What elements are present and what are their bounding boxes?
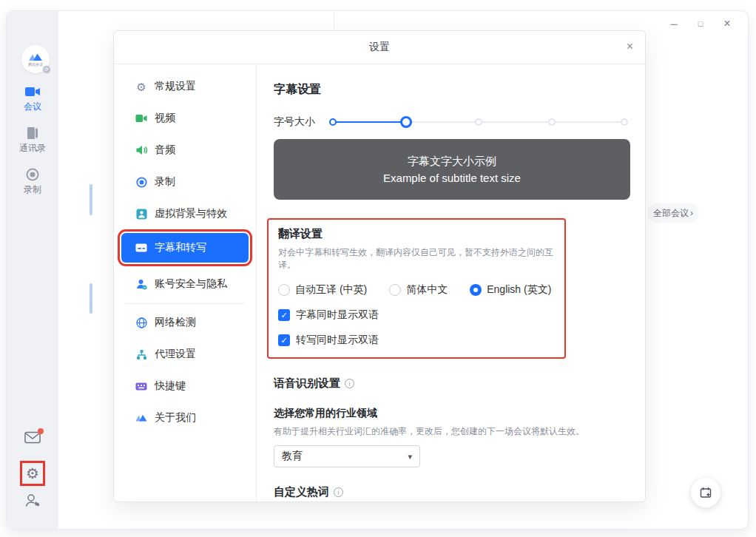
radio-auto-translate[interactable]: 自动互译 (中英) <box>278 283 367 297</box>
radio-icon[interactable] <box>278 284 290 296</box>
industry-dropdown-value: 教育 <box>282 450 303 463</box>
checkbox-transcript-bilingual[interactable]: ✓ 转写同时显示双语 <box>278 334 555 347</box>
info-icon[interactable]: i <box>334 487 343 497</box>
menu-item-label: 代理设置 <box>155 348 196 361</box>
inbox-button[interactable] <box>7 431 58 444</box>
slider-stop-5[interactable] <box>621 118 628 126</box>
slider-fill <box>333 121 406 123</box>
rail-item-recordings[interactable]: 录制 <box>7 168 58 196</box>
tencent-meeting-logo-icon <box>135 412 147 424</box>
all-meetings-label: 全部会议 <box>653 207 689 220</box>
custom-hotwords-heading: 自定义热词 <box>274 485 329 499</box>
maximize-icon: □ <box>698 19 703 28</box>
minimize-button[interactable]: ─ <box>661 14 687 33</box>
keyboard-icon <box>135 380 147 392</box>
menu-item-label: 视频 <box>155 112 175 125</box>
custom-hotwords-heading-row: 自定义热词 i <box>274 485 630 499</box>
radio-label: 简体中文 <box>406 283 448 297</box>
mail-icon <box>24 431 41 444</box>
radio-checked-icon[interactable] <box>470 284 482 296</box>
annotation-box-settings: ⚙ <box>20 461 45 486</box>
annotation-box-translation: 翻译设置 对会中字幕和转写生效，翻译内容仅自己可见，暂不支持外语之间的互译。 自… <box>267 218 566 359</box>
font-size-slider[interactable] <box>333 116 624 128</box>
menu-item-shortcuts[interactable]: 快捷键 <box>121 374 249 399</box>
checkbox-label: 字幕同时显示双语 <box>296 308 379 322</box>
radio-label: English (英文) <box>487 283 551 297</box>
app-window: ─ □ × 全部会议 › 腾讯会议 ⟳ <box>6 10 749 530</box>
close-window-button[interactable]: × <box>714 14 740 33</box>
menu-divider <box>126 303 244 304</box>
menu-item-captions-transcription[interactable]: 字幕和转写 <box>121 233 249 263</box>
calendar-plus-icon <box>699 486 712 499</box>
switch-account-button[interactable] <box>7 493 58 508</box>
checkbox-checked-icon[interactable]: ✓ <box>278 334 290 346</box>
menu-item-label: 常规设置 <box>155 80 196 93</box>
window-controls: ─ □ × <box>661 14 740 33</box>
menu-item-label: 字幕和转写 <box>155 241 206 254</box>
radio-label: 自动互译 (中英) <box>295 283 367 297</box>
user-switch-icon <box>24 493 41 508</box>
menu-item-audio[interactable]: 音频 <box>121 138 249 163</box>
background-panel-divider <box>334 11 334 30</box>
settings-dialog: 设置 × ⚙ 常规设置 视频 <box>113 30 646 502</box>
gear-icon: ⚙ <box>26 466 39 481</box>
settings-content: 字幕设置 字号大小 字幕文字大小示例 Example o <box>257 64 645 501</box>
record-circle-icon <box>26 168 39 181</box>
dialog-title: 设置 <box>369 41 390 54</box>
subtitle-preview-box: 字幕文字大小示例 Example of subtitle text size <box>274 139 630 200</box>
menu-item-label: 音频 <box>155 143 175 157</box>
rail-item-label: 通讯录 <box>19 142 46 155</box>
virtual-background-icon <box>135 208 147 220</box>
menu-item-label: 账号安全与隐私 <box>155 277 227 291</box>
dialog-close-button[interactable]: × <box>627 40 633 53</box>
avatar-caption: 腾讯会议 <box>28 62 43 67</box>
font-size-row: 字号大小 <box>274 115 630 129</box>
translation-description: 对会中字幕和转写生效，翻译内容仅自己可见，暂不支持外语之间的互译。 <box>278 246 555 271</box>
globe-icon <box>135 317 147 328</box>
checkbox-checked-icon[interactable]: ✓ <box>278 309 290 321</box>
gear-icon: ⚙ <box>135 81 147 92</box>
menu-item-about[interactable]: 关于我们 <box>121 405 249 430</box>
industry-field-label: 选择您常用的行业领域 <box>274 407 630 420</box>
slider-thumb[interactable] <box>400 116 412 128</box>
rail-item-meetings[interactable]: 会议 <box>7 85 58 113</box>
account-security-icon <box>135 278 147 290</box>
menu-item-recording[interactable]: 录制 <box>121 169 249 195</box>
translation-language-radios: 自动互译 (中英) 简体中文 English (英文) <box>278 283 555 297</box>
background-list-indicator <box>90 283 92 314</box>
menu-item-video[interactable]: 视频 <box>121 106 249 131</box>
menu-item-network-check[interactable]: 网络检测 <box>121 310 249 335</box>
menu-item-label: 网络检测 <box>155 316 196 329</box>
slider-stop-4[interactable] <box>548 118 556 126</box>
all-meetings-link[interactable]: 全部会议 › <box>647 203 699 223</box>
menu-item-proxy[interactable]: 代理设置 <box>121 342 249 367</box>
info-icon[interactable]: i <box>345 379 354 388</box>
tencent-meeting-logo-icon <box>28 53 43 61</box>
radio-english[interactable]: English (英文) <box>470 283 551 297</box>
industry-field-description: 有助于提升相关行业词汇的准确率，更改后，您创建的下一场会议将默认生效。 <box>274 425 630 438</box>
checkbox-subtitle-bilingual[interactable]: ✓ 字幕同时显示双语 <box>278 308 555 322</box>
background-list-indicator <box>90 184 92 215</box>
menu-item-virtual-background[interactable]: 虚拟背景与特效 <box>121 201 249 226</box>
rail-item-contacts[interactable]: 通讯录 <box>7 126 58 155</box>
menu-item-account-security[interactable]: 账号安全与隐私 <box>121 271 249 297</box>
radio-icon[interactable] <box>389 284 401 296</box>
radio-simplified-chinese[interactable]: 简体中文 <box>389 283 448 297</box>
settings-button[interactable]: ⚙ <box>7 461 58 486</box>
menu-item-general[interactable]: ⚙ 常规设置 <box>121 74 249 99</box>
speaker-icon <box>135 144 147 156</box>
speech-recognition-heading: 语音识别设置 <box>274 376 340 391</box>
maximize-button[interactable]: □ <box>687 14 714 33</box>
notification-dot <box>38 428 44 434</box>
rail-item-label: 会议 <box>24 101 41 113</box>
slider-stop-1[interactable] <box>329 118 337 126</box>
menu-item-label: 录制 <box>155 175 175 189</box>
schedule-meeting-button[interactable] <box>691 478 720 507</box>
sidebar: 腾讯会议 ⟳ 会议 通讯录 <box>7 11 58 529</box>
menu-item-label: 虚拟背景与特效 <box>155 207 227 220</box>
user-avatar[interactable]: 腾讯会议 ⟳ <box>21 45 50 73</box>
industry-dropdown[interactable]: 教育 ▾ <box>274 445 420 467</box>
slider-stop-3[interactable] <box>475 118 482 126</box>
network-tree-icon <box>135 348 147 360</box>
preview-line-en: Example of subtitle text size <box>383 169 521 186</box>
